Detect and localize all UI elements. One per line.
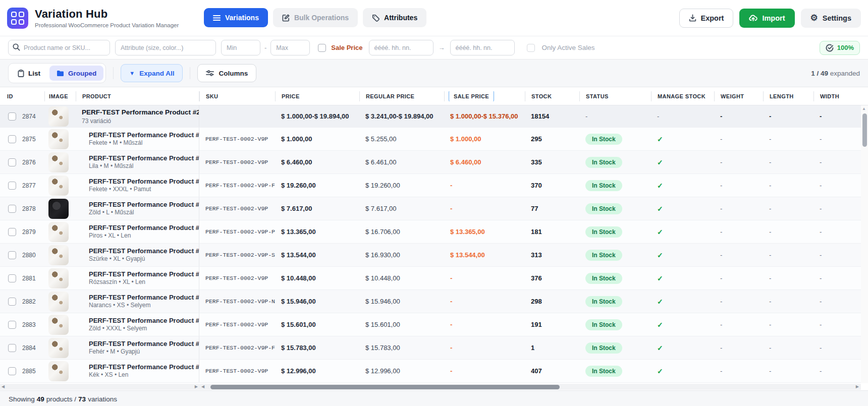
horizontal-scroll-thumb[interactable] (210, 385, 560, 389)
variation-attributes: Szürke • XL • Gyapjú (82, 255, 145, 263)
scroll-up-arrow[interactable]: ▲ (862, 106, 866, 111)
toolbar-divider (113, 67, 114, 79)
vertical-scroll-thumb[interactable] (862, 113, 867, 147)
scroll-left-arrow[interactable]: ◀ (2, 384, 5, 389)
weight-value: - (720, 228, 722, 236)
variation-product-name[interactable]: PERF-TEST Performance Product #2 (82, 316, 199, 325)
variation-product-name[interactable]: PERF-TEST Performance Product #2 (82, 177, 199, 186)
variation-row[interactable]: 2879 PERF-TEST Performance Product #2 Pi… (0, 220, 868, 244)
import-button[interactable]: Import (739, 9, 794, 28)
variation-product-name[interactable]: PERF-TEST Performance Product #2 (82, 131, 199, 140)
columns-button[interactable]: Columns (197, 64, 256, 82)
manage-stock-check-icon: ✓ (657, 158, 663, 166)
sale-price-value: - (450, 205, 452, 212)
expand-all-button[interactable]: ▼ Expand All (121, 64, 183, 82)
view-mode-list[interactable]: List (11, 66, 47, 81)
sale-date-from-input[interactable] (369, 40, 433, 55)
variation-product-name[interactable]: PERF-TEST Performance Product #2 (82, 247, 199, 256)
variation-product-name[interactable]: PERF-TEST Performance Product #2 (82, 223, 199, 233)
row-checkbox[interactable] (8, 182, 16, 190)
column-header-image[interactable]: IMAGE (44, 91, 76, 101)
column-header-manage-stock[interactable]: MANAGE STOCK (651, 91, 714, 101)
view-mode-grouped[interactable]: Grouped (49, 66, 103, 81)
manage-stock-check-icon: ✓ (657, 274, 663, 282)
row-checkbox[interactable] (8, 344, 16, 352)
row-checkbox[interactable] (8, 158, 16, 166)
row-checkbox[interactable] (8, 321, 16, 329)
row-checkbox[interactable] (8, 298, 16, 306)
sale-date-to-input[interactable] (450, 40, 515, 55)
attribute-filter-input[interactable] (115, 40, 216, 55)
column-header-length[interactable]: LENGTH (763, 91, 813, 101)
row-checkbox[interactable] (8, 205, 16, 213)
variation-product-name[interactable]: PERF-TEST Performance Product #2 (82, 339, 199, 349)
filter-bar: - Sale Price → Only Active Sales 100% (0, 36, 868, 60)
sale-price-header-box[interactable]: SALE PRICE (449, 91, 494, 101)
row-checkbox[interactable] (8, 274, 16, 282)
variation-attributes: Narancs • XS • Selyem (82, 302, 150, 310)
product-thumbnail (48, 315, 69, 335)
variation-row[interactable]: 2884 PERF-TEST Performance Product #2 Fe… (0, 336, 868, 360)
tab-bulk-operations[interactable]: Bulk Operations (273, 8, 358, 27)
row-checkbox[interactable] (8, 251, 16, 259)
price-min-input[interactable] (221, 40, 260, 55)
sku-value: PERF-TEST-0002-V9P-SZ (205, 252, 275, 258)
product-group-row[interactable]: 2874 PERF-TEST Performance Product #2 ▼ … (0, 105, 868, 128)
row-checkbox[interactable] (8, 135, 16, 143)
variation-product-name[interactable]: PERF-TEST Performance Product #2 (82, 270, 199, 279)
variation-product-name[interactable]: PERF-TEST Performance Product #2 (82, 363, 199, 372)
scroll-right-arrow[interactable]: ▶ (195, 384, 198, 389)
export-button[interactable]: Export (679, 9, 734, 28)
search-input[interactable] (8, 40, 110, 55)
width-value: - (820, 367, 822, 375)
variation-row[interactable]: 2880 PERF-TEST Performance Product #2 Sz… (0, 244, 868, 267)
stock-value: 77 (531, 205, 538, 212)
row-checkbox[interactable] (8, 228, 16, 236)
product-thumbnail (48, 199, 69, 219)
tab-variations[interactable]: Variations (204, 8, 268, 27)
variation-row[interactable]: 2885 PERF-TEST Performance Product #2 Ké… (0, 360, 868, 383)
variation-product-name[interactable]: PERF-TEST Performance Product #2 (82, 200, 199, 209)
manage-stock-check-icon: ✓ (657, 321, 663, 329)
column-header-weight[interactable]: WEIGHT (714, 91, 763, 101)
scroll-left-arrow-2[interactable]: ◀ (201, 384, 204, 389)
table-hscrollbar[interactable]: ◀ ▶ (199, 384, 861, 390)
variation-row[interactable]: 2877 PERF-TEST Performance Product #2 Fe… (0, 174, 868, 197)
stock-value: 376 (531, 274, 542, 282)
column-header-id[interactable]: ID (0, 91, 44, 101)
length-value: - (769, 182, 771, 189)
row-checkbox[interactable] (8, 112, 16, 121)
variation-row[interactable]: 2881 PERF-TEST Performance Product #2 Ró… (0, 267, 868, 290)
width-value: - (820, 298, 822, 305)
only-active-sales-checkbox[interactable] (527, 44, 535, 52)
column-header-regular-price[interactable]: REGULAR PRICE (359, 91, 444, 101)
column-header-width[interactable]: WIDTH (813, 91, 861, 101)
variation-row[interactable]: 2878 PERF-TEST Performance Product #2 Zö… (0, 197, 868, 220)
column-header-sale-price[interactable]: SALE PRICE (444, 91, 525, 101)
variation-row[interactable]: 2875 PERF-TEST Performance Product #2 Fe… (0, 128, 868, 151)
column-header-sku[interactable]: SKU (199, 91, 275, 101)
price-max-input[interactable] (270, 40, 310, 55)
vertical-scrollbar[interactable]: ▲ (861, 105, 868, 383)
frozen-pane-hscrollbar[interactable]: ◀ ▶ (0, 384, 199, 390)
main-tabs: Variations Bulk Operations Attributes (204, 8, 426, 27)
variation-row[interactable]: 2882 PERF-TEST Performance Product #2 Na… (0, 290, 868, 313)
variation-row[interactable]: 2876 PERF-TEST Performance Product #2 Li… (0, 151, 868, 174)
column-header-product[interactable]: PRODUCT (76, 91, 199, 101)
column-header-price[interactable]: PRICE (275, 91, 359, 101)
product-thumbnail (48, 292, 69, 312)
settings-button[interactable]: ⚙ Settings (801, 9, 861, 28)
group-product-name[interactable]: PERF-TEST Performance Product #2 (82, 108, 199, 117)
status-badge: In Stock (585, 180, 622, 191)
column-header-stock[interactable]: STOCK (525, 91, 579, 101)
row-checkbox[interactable] (8, 367, 16, 375)
column-header-status[interactable]: STATUS (579, 91, 651, 101)
tab-attributes[interactable]: Attributes (363, 8, 426, 27)
scroll-right-arrow-2[interactable]: ▶ (856, 384, 859, 389)
sale-price-checkbox[interactable] (318, 44, 326, 52)
variation-row[interactable]: 2883 PERF-TEST Performance Product #2 Zö… (0, 313, 868, 336)
stock-value: 1 (531, 344, 534, 352)
variation-product-name[interactable]: PERF-TEST Performance Product #2 (82, 293, 199, 302)
app-logo-grid-icon (7, 8, 28, 29)
variation-product-name[interactable]: PERF-TEST Performance Product #2 (82, 154, 199, 163)
